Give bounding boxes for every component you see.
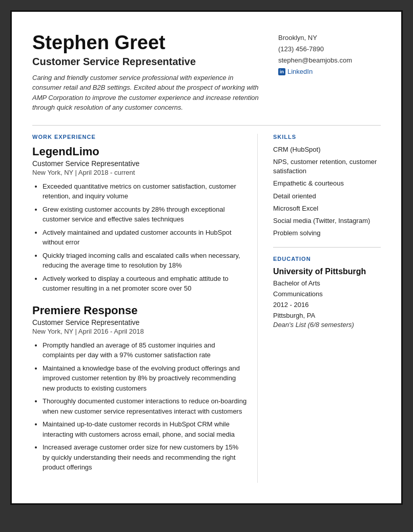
body-columns: WORK EXPERIENCE LegendLimo Customer Serv… xyxy=(32,134,381,483)
skill-item: Empathetic & courteous xyxy=(273,179,381,188)
skill-item: Problem solving xyxy=(273,229,381,238)
left-column: WORK EXPERIENCE LegendLimo Customer Serv… xyxy=(32,134,258,483)
education-section: EDUCATION University of Pittsburgh Bache… xyxy=(273,256,381,329)
list-item: Thoroughly documented customer interacti… xyxy=(43,396,247,416)
job-1-meta: New York, NY | April 2018 - current xyxy=(32,169,247,176)
list-item: Promptly handled an average of 85 custom… xyxy=(43,340,247,360)
edu-location: Pittsburgh, PA xyxy=(273,311,381,321)
linkedin-icon: in xyxy=(278,68,285,75)
education-label: EDUCATION xyxy=(273,256,381,262)
header-divider xyxy=(32,125,381,126)
list-item: Maintained a knowledge base of the evolv… xyxy=(43,363,247,394)
list-item: Grew existing customer accounts by 28% t… xyxy=(43,204,247,224)
skill-item: CRM (HubSpot) xyxy=(273,145,381,154)
skills-label: SKILLS xyxy=(273,134,381,140)
job-2-position: Customer Service Representative xyxy=(32,318,247,326)
linkedin-label: LinkedIn xyxy=(287,66,313,77)
edu-degree: Bachelor of Arts xyxy=(273,278,381,289)
linkedin-link[interactable]: in LinkedIn xyxy=(278,66,381,77)
job-1-bullets: Exceeded quantitative metrics on custome… xyxy=(32,181,247,294)
edu-field: Communications xyxy=(273,289,381,300)
candidate-name: Stephen Greet xyxy=(32,32,263,54)
edu-years: 2012 - 2016 xyxy=(273,300,381,311)
university-name: University of Pittsburgh xyxy=(273,267,381,276)
candidate-summary: Caring and friendly customer service pro… xyxy=(32,73,263,113)
job-2: Premiere Response Customer Service Repre… xyxy=(32,304,247,473)
skill-item: Detail oriented xyxy=(273,192,381,201)
list-item: Increased average customer order size fo… xyxy=(43,442,247,473)
job-1-position: Customer Service Representative xyxy=(32,159,247,168)
candidate-job-title: Customer Service Representative xyxy=(32,56,263,68)
skill-item: NPS, customer retention, customer satisf… xyxy=(273,157,381,176)
job-1: LegendLimo Customer Service Representati… xyxy=(32,145,247,294)
contact-email: stephen@beamjobs.com xyxy=(278,55,381,66)
list-item: Actively worked to display a courteous a… xyxy=(43,274,247,294)
list-item: Quickly triaged incoming calls and escal… xyxy=(43,251,247,271)
skill-item: Social media (Twitter, Instagram) xyxy=(273,216,381,226)
right-column: SKILLS CRM (HubSpot) NPS, customer reten… xyxy=(273,134,381,483)
skills-section: SKILLS CRM (HubSpot) NPS, customer reten… xyxy=(273,134,381,238)
contact-info: Brooklyn, NY (123) 456-7890 stephen@beam… xyxy=(278,32,381,77)
resume-document: Stephen Greet Customer Service Represent… xyxy=(10,10,403,505)
company-1-name: LegendLimo xyxy=(32,145,247,158)
edu-note: Dean's List (6/8 semesters) xyxy=(273,321,381,329)
skills-divider xyxy=(273,247,381,248)
header-left: Stephen Greet Customer Service Represent… xyxy=(32,32,278,113)
list-item: Maintained up-to-date customer records i… xyxy=(43,419,247,439)
contact-location: Brooklyn, NY xyxy=(278,32,381,44)
job-2-bullets: Promptly handled an average of 85 custom… xyxy=(32,340,247,473)
list-item: Actively maintained and updated customer… xyxy=(43,228,247,248)
job-2-meta: New York, NY | April 2016 - April 2018 xyxy=(32,328,247,335)
header-section: Stephen Greet Customer Service Represent… xyxy=(32,32,381,113)
list-item: Exceeded quantitative metrics on custome… xyxy=(43,181,247,201)
skill-item: Microsoft Excel xyxy=(273,204,381,213)
company-2-name: Premiere Response xyxy=(32,304,247,317)
work-experience-label: WORK EXPERIENCE xyxy=(32,134,247,140)
contact-phone: (123) 456-7890 xyxy=(278,44,381,55)
